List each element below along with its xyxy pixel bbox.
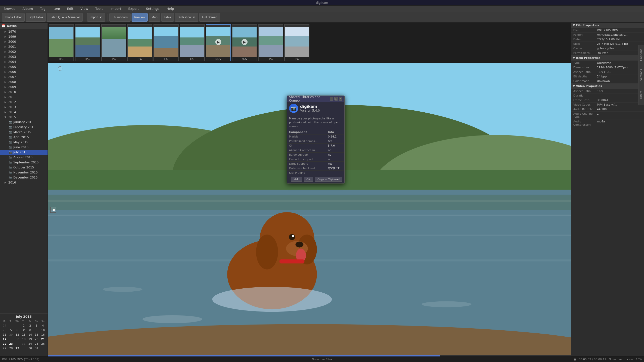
cal-day-15[interactable]: 15 xyxy=(33,333,39,337)
tree-item-2003[interactable]: ▶ 2003 xyxy=(0,54,48,59)
cal-day-19[interactable]: 19 xyxy=(27,337,33,341)
cal-day-17[interactable]: 17 xyxy=(2,337,8,341)
menu-tag[interactable]: Tag xyxy=(38,6,47,11)
tree-item-2015[interactable]: ▼ 2015 xyxy=(0,115,48,120)
menu-help[interactable]: Help xyxy=(165,6,176,11)
cal-day-20[interactable]: 20 xyxy=(33,337,39,341)
cal-day-7[interactable]: 7 xyxy=(21,328,27,332)
cal-day-16[interactable]: 16 xyxy=(40,333,46,337)
file-properties-header[interactable]: ▼ File Properties xyxy=(571,23,644,28)
tree-item-2011[interactable]: ▶ 2011 xyxy=(0,95,48,100)
cal-day-9[interactable]: 9 xyxy=(33,328,39,332)
cal-day-26[interactable]: 26 xyxy=(40,342,46,346)
item-properties-header[interactable]: ▼ Item Properties xyxy=(571,55,644,61)
video-properties-header[interactable]: ▼ Video Properties xyxy=(571,83,644,89)
cal-day-6[interactable]: 6 xyxy=(14,328,20,332)
tree-item-oct2015[interactable]: 📷 October 2015 xyxy=(0,165,48,170)
map-button[interactable]: Map xyxy=(149,13,160,22)
full-screen-button[interactable]: Full Screen xyxy=(199,13,220,22)
about-dialog-maximize[interactable]: □ xyxy=(334,97,338,101)
cal-day-21[interactable]: 21 xyxy=(40,337,46,341)
cal-day-1[interactable]: 1 xyxy=(21,324,27,328)
tree-item-2007[interactable]: ▶ 2007 xyxy=(0,74,48,79)
batch-queue-button[interactable]: Batch Queue Manager xyxy=(47,13,83,22)
tree-item-may2015[interactable]: 📷 May 2015 xyxy=(0,140,48,145)
tree-item-2010[interactable]: ▶ 2010 xyxy=(0,89,48,95)
menu-settings[interactable]: Settings xyxy=(144,6,161,11)
tree-item-2001[interactable]: ▶ 2001 xyxy=(0,44,48,49)
about-dialog-close[interactable]: ✕ xyxy=(339,97,342,101)
cal-day-18[interactable]: 18 xyxy=(21,337,27,341)
cal-day-29[interactable]: 29 xyxy=(14,346,20,350)
tree-item-mar2015[interactable]: 📷 March 2015 xyxy=(0,130,48,135)
slideshow-button[interactable]: Slideshow ▼ xyxy=(175,13,198,22)
thumbnail-5[interactable]: JPG xyxy=(153,24,179,61)
cal-day-14[interactable]: 14 xyxy=(27,333,33,337)
cal-day-10[interactable]: 10 xyxy=(40,328,46,332)
tree-item-nov2015[interactable]: 📷 November 2015 xyxy=(0,170,48,175)
preview-progress-bar[interactable] xyxy=(48,355,571,356)
tree-item-2014[interactable]: ▶ 2014 xyxy=(0,110,48,115)
menu-export[interactable]: Export xyxy=(127,6,141,11)
menu-tools[interactable]: Tools xyxy=(94,6,105,11)
tree-item-2013[interactable]: ▶ 2013 xyxy=(0,105,48,110)
tree-item-2008[interactable]: ▶ 2008 xyxy=(0,79,48,84)
tree-item-sep2015[interactable]: 📷 September 2015 xyxy=(0,160,48,165)
tree-item-2012[interactable]: ▶ 2012 xyxy=(0,100,48,105)
cal-day-24[interactable]: 24 xyxy=(27,342,33,346)
tab-versions[interactable]: Versions xyxy=(638,65,644,85)
menu-album[interactable]: Album xyxy=(21,6,34,11)
tree-item-dec2015[interactable]: 📷 December 2015 xyxy=(0,175,48,180)
cal-day-27[interactable]: 27 xyxy=(2,346,8,350)
tree-item-1999[interactable]: ▶ 1999 xyxy=(0,34,48,39)
prev-button[interactable]: ◀ xyxy=(50,207,56,213)
light-table-button[interactable]: Light Table xyxy=(26,13,46,22)
tree-item-2000[interactable]: ▶ 2000 xyxy=(0,39,48,44)
cal-day-31[interactable]: 31 xyxy=(33,346,39,350)
import-button[interactable]: Import ▼ xyxy=(87,13,105,22)
thumbnail-9[interactable]: JPG xyxy=(258,24,283,61)
about-help-button[interactable]: Help xyxy=(291,177,302,182)
tree-item-jun2015[interactable]: 📷 June 2015 xyxy=(0,145,48,150)
tree-item-2016[interactable]: ▶ 2016 xyxy=(0,180,48,185)
tree-item-1970[interactable]: ▶ 1970 xyxy=(0,29,48,34)
thumbnail-1[interactable]: JPG xyxy=(49,24,74,61)
thumbnail-7[interactable]: ▶ MOV xyxy=(206,24,231,61)
cal-day-23[interactable]: 23 xyxy=(8,342,14,346)
cal-day-4[interactable]: 4 xyxy=(40,324,46,328)
cal-day-2[interactable]: 2 xyxy=(27,324,33,328)
thumbnail-8[interactable]: ▶ MOV xyxy=(232,24,257,61)
menu-import[interactable]: Import xyxy=(109,6,123,11)
about-ok-button[interactable]: OK xyxy=(304,177,313,182)
tree-item-feb2015[interactable]: 📷 February 2015 xyxy=(0,125,48,130)
cal-day-22[interactable]: 22 xyxy=(2,342,8,346)
cal-day-8[interactable]: 8 xyxy=(27,328,33,332)
thumbnails-button[interactable]: Thumbnails xyxy=(109,13,131,22)
cal-day-30[interactable]: 30 xyxy=(27,346,33,350)
tab-filters[interactable]: Filters xyxy=(638,85,644,105)
menu-browse[interactable]: Browse xyxy=(2,6,17,11)
thumbnail-2[interactable]: JPG xyxy=(75,24,100,61)
menu-edit[interactable]: Edit xyxy=(66,6,75,11)
thumbnail-6[interactable]: JPG xyxy=(180,24,205,61)
tree-item-2002[interactable]: ▶ 2002 xyxy=(0,49,48,54)
tree-item-2005[interactable]: ▶ 2005 xyxy=(0,64,48,69)
tree-item-apr2015[interactable]: 📷 April 2015 xyxy=(0,135,48,140)
tree-item-jan2015[interactable]: 📷 January 2015 xyxy=(0,120,48,125)
menu-view[interactable]: View xyxy=(79,6,90,11)
cal-day-12[interactable]: 12 xyxy=(14,333,20,337)
cal-day-13[interactable]: 13 xyxy=(21,333,27,337)
tree-item-2006[interactable]: ▶ 2006 xyxy=(0,69,48,74)
menu-item[interactable]: Item xyxy=(51,6,62,11)
thumbnail-4[interactable]: JPG xyxy=(127,24,152,61)
tree-item-aug2015[interactable]: 📷 August 2015 xyxy=(0,155,48,160)
image-editor-button[interactable]: Image Editor xyxy=(2,13,25,22)
tree-item-2004[interactable]: ▶ 2004 xyxy=(0,59,48,64)
cal-day-25[interactable]: 25 xyxy=(33,342,39,346)
thumbnail-10[interactable]: JPG xyxy=(284,24,309,61)
tree-item-2009[interactable]: ▶ 2009 xyxy=(0,84,48,89)
table-button[interactable]: Table xyxy=(161,13,174,22)
cal-day-5[interactable]: 5 xyxy=(8,328,14,332)
cal-day-3[interactable]: 3 xyxy=(33,324,39,328)
about-components-scroll[interactable]: Component Info Marble 0.24.1 Parallelize… xyxy=(287,130,344,175)
